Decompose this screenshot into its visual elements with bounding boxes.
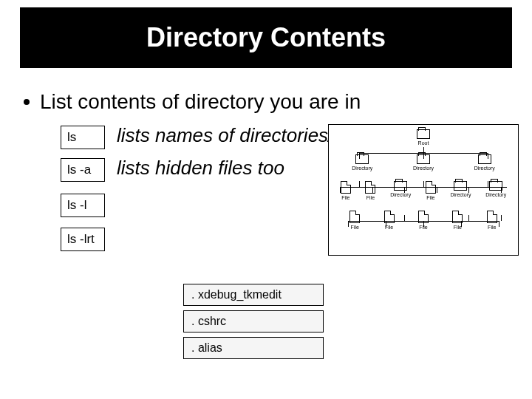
directory-tree-diagram: Root Directory Directory Directory File …: [328, 124, 519, 256]
command-ls: ls: [61, 126, 105, 149]
hidden-file-2: . cshrc: [183, 310, 324, 332]
command-ls-lrt: ls -lrt: [61, 228, 105, 251]
file-icon: [418, 211, 429, 223]
file-icon: [426, 181, 436, 194]
tree-dir: Directory: [485, 181, 506, 200]
tree-label: File: [341, 195, 349, 200]
tree-dir: Directory: [474, 154, 495, 171]
tree-label: Directory: [390, 192, 411, 197]
file-icon: [341, 181, 351, 194]
hidden-file-1: . xdebug_tkmedit: [183, 284, 324, 306]
tree-root: Root: [417, 129, 430, 146]
bullet-text: List contents of directory you are in: [40, 90, 361, 114]
folder-icon: [417, 154, 430, 164]
title-bar: Directory Contents: [20, 7, 512, 68]
folder-icon: [478, 154, 491, 164]
tree-file: File: [349, 211, 360, 230]
tree-label: File: [454, 225, 462, 230]
tree-label: Directory: [450, 192, 471, 197]
file-icon: [384, 211, 395, 223]
tree-file: File: [365, 181, 375, 200]
tree-file: File: [341, 181, 351, 200]
tree-dir: Directory: [450, 181, 471, 200]
tree-label: File: [351, 225, 359, 230]
desc-ls-a: lists hidden files too: [117, 157, 284, 180]
tree-label: File: [366, 195, 375, 200]
file-icon: [349, 211, 360, 223]
tree-file: File: [426, 181, 436, 200]
folder-icon: [394, 181, 407, 191]
bullet-icon: [24, 99, 30, 105]
tree-file: File: [384, 211, 395, 230]
file-icon: [452, 211, 463, 223]
tree-label: Directory: [474, 166, 495, 171]
tree-file: File: [418, 211, 429, 230]
folder-icon: [454, 181, 467, 191]
file-icon: [365, 181, 375, 194]
tree-file: File: [452, 211, 463, 230]
tree-label: File: [426, 195, 434, 200]
main-bullet: List contents of directory you are in: [24, 90, 361, 114]
tree-file: File: [487, 211, 497, 230]
tree-dir: Directory: [390, 181, 411, 200]
file-icon: [487, 211, 497, 223]
tree-root-label: Root: [418, 140, 429, 146]
command-ls-a: ls -a: [61, 158, 105, 182]
folder-icon: [417, 129, 430, 139]
tree-label: File: [419, 225, 427, 230]
tree-label: Directory: [485, 192, 506, 197]
tree-dir: Directory: [413, 154, 434, 171]
hidden-file-3: . alias: [183, 337, 324, 359]
tree-label: File: [385, 225, 393, 230]
tree-label: Directory: [352, 166, 372, 171]
slide-title: Directory Contents: [146, 22, 386, 53]
folder-icon: [355, 154, 369, 164]
tree-label: File: [488, 225, 496, 230]
tree-dir: Directory: [352, 154, 372, 171]
command-ls-l: ls -l: [61, 194, 105, 217]
tree-label: Directory: [413, 166, 434, 171]
folder-icon: [489, 181, 502, 191]
